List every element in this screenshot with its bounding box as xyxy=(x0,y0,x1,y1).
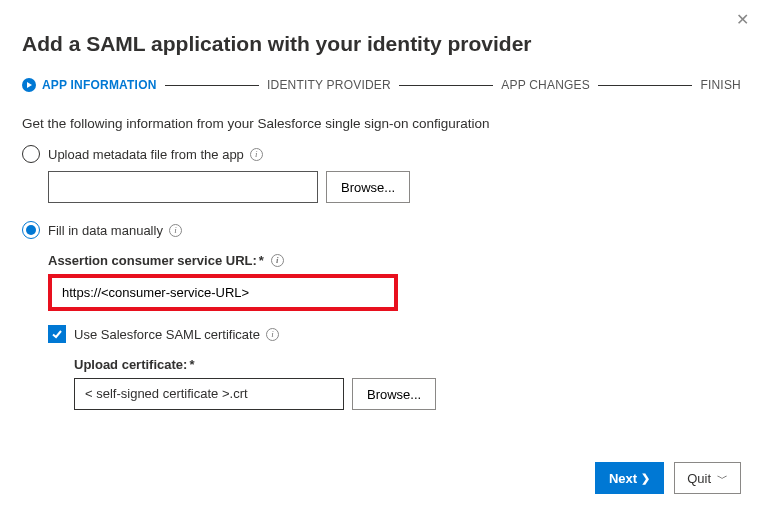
checkbox-label: Use Salesforce SAML certificate xyxy=(74,327,260,342)
label-text: Upload certificate: xyxy=(74,357,187,372)
required-marker: * xyxy=(259,253,264,268)
intro-text: Get the following information from your … xyxy=(22,116,741,131)
step-app-changes: APP CHANGES xyxy=(501,78,590,92)
info-icon[interactable]: i xyxy=(250,148,263,161)
upload-cert-label: Upload certificate: * xyxy=(74,357,741,372)
svg-marker-0 xyxy=(27,82,32,88)
quit-button[interactable]: Quit ﹀ xyxy=(674,462,741,494)
checkbox-checked-icon xyxy=(48,325,66,343)
step-app-information: APP INFORMATION xyxy=(22,78,157,92)
radio-label: Upload metadata file from the app xyxy=(48,147,244,162)
step-connector xyxy=(165,85,259,86)
acs-url-input[interactable] xyxy=(52,278,394,307)
dialog-title: Add a SAML application with your identit… xyxy=(22,32,741,56)
step-connector xyxy=(399,85,493,86)
chevron-down-icon: ﹀ xyxy=(717,471,728,486)
radio-icon xyxy=(22,145,40,163)
certificate-file-field[interactable]: < self-signed certificate >.crt xyxy=(74,378,344,410)
step-finish: FINISH xyxy=(700,78,741,92)
use-salesforce-cert-checkbox[interactable]: Use Salesforce SAML certificate i xyxy=(48,325,741,343)
browse-certificate-button[interactable]: Browse... xyxy=(352,378,436,410)
info-icon[interactable]: i xyxy=(169,224,182,237)
acs-url-highlight xyxy=(48,274,398,311)
required-marker: * xyxy=(189,357,194,372)
step-identity-provider: IDENTITY PROVIDER xyxy=(267,78,391,92)
dialog-footer: Next ❯ Quit ﹀ xyxy=(595,462,741,494)
radio-label: Fill in data manually xyxy=(48,223,163,238)
chevron-right-icon: ❯ xyxy=(641,472,650,485)
button-label: Next xyxy=(609,471,637,486)
close-icon: ✕ xyxy=(736,11,749,28)
label-text: Assertion consumer service URL: xyxy=(48,253,257,268)
button-label: Quit xyxy=(687,471,711,486)
step-label: FINISH xyxy=(700,78,741,92)
step-active-icon xyxy=(22,78,36,92)
step-connector xyxy=(598,85,692,86)
step-label: APP CHANGES xyxy=(501,78,590,92)
wizard-stepper: APP INFORMATION IDENTITY PROVIDER APP CH… xyxy=(22,78,741,92)
browse-metadata-button[interactable]: Browse... xyxy=(326,171,410,203)
info-icon[interactable]: i xyxy=(271,254,284,267)
close-button[interactable]: ✕ xyxy=(732,8,753,32)
acs-url-label: Assertion consumer service URL: * i xyxy=(48,253,741,268)
step-label: APP INFORMATION xyxy=(42,78,157,92)
metadata-file-field[interactable] xyxy=(48,171,318,203)
radio-fill-manually[interactable]: Fill in data manually i xyxy=(22,221,741,239)
radio-upload-metadata[interactable]: Upload metadata file from the app i xyxy=(22,145,741,163)
next-button[interactable]: Next ❯ xyxy=(595,462,664,494)
radio-icon xyxy=(22,221,40,239)
info-icon[interactable]: i xyxy=(266,328,279,341)
step-label: IDENTITY PROVIDER xyxy=(267,78,391,92)
